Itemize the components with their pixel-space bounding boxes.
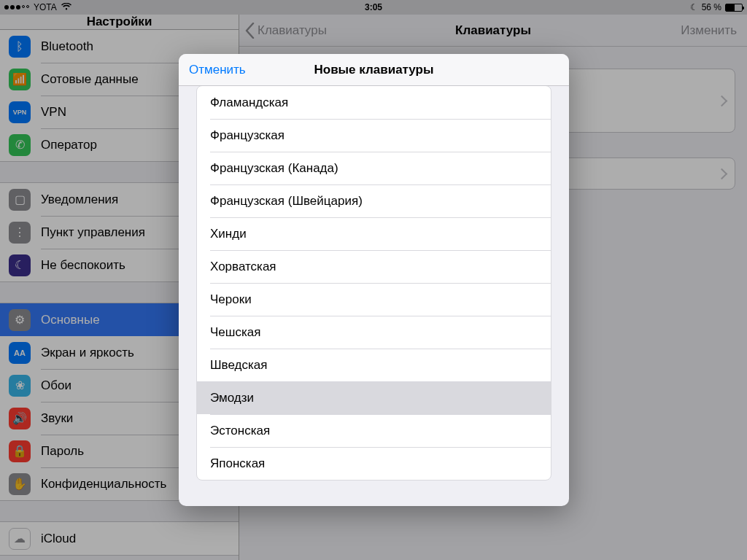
keyboard-option-label: Французская bbox=[210, 128, 285, 143]
keyboard-option[interactable]: Чероки bbox=[197, 283, 551, 316]
keyboard-option[interactable]: Эмодзи bbox=[197, 381, 551, 414]
keyboard-option-label: Эмодзи bbox=[210, 391, 254, 405]
keyboard-option[interactable]: Французская (Канада) bbox=[197, 152, 551, 184]
keyboard-option[interactable]: Хорватская bbox=[197, 250, 551, 283]
keyboard-option-label: Хинди bbox=[210, 227, 247, 241]
keyboard-option-label: Шведская bbox=[210, 358, 267, 373]
keyboard-option[interactable]: Фламандская bbox=[197, 86, 551, 119]
keyboard-option[interactable]: Шведская bbox=[197, 349, 551, 381]
keyboard-option[interactable]: Эстонская bbox=[197, 414, 551, 447]
keyboard-option[interactable]: Чешская bbox=[197, 316, 551, 349]
keyboard-option-label: Эстонская bbox=[210, 424, 270, 438]
keyboard-option-label: Чероки bbox=[210, 292, 252, 307]
keyboard-option[interactable]: Хинди bbox=[197, 217, 551, 250]
keyboard-option-label: Хорватская bbox=[210, 260, 276, 274]
modal-title: Новые клавиатуры bbox=[314, 63, 433, 77]
keyboard-option-label: Фламандская bbox=[210, 96, 288, 110]
cancel-button[interactable]: Отменить bbox=[189, 63, 246, 77]
keyboard-option-label: Японская bbox=[210, 456, 265, 471]
keyboard-option[interactable]: Французская bbox=[197, 119, 551, 152]
keyboard-option[interactable]: Японская bbox=[197, 447, 551, 480]
keyboard-option-label: Французская (Швейцария) bbox=[210, 194, 363, 209]
keyboard-option[interactable]: Французская (Швейцария) bbox=[197, 184, 551, 217]
keyboard-option-label: Французская (Канада) bbox=[210, 161, 338, 176]
add-keyboard-modal: Отменить Новые клавиатуры ФламандскаяФра… bbox=[179, 54, 569, 506]
modal-header: Отменить Новые клавиатуры bbox=[179, 54, 569, 86]
keyboard-option-label: Чешская bbox=[210, 325, 260, 340]
keyboard-language-list: ФламандскаяФранцузскаяФранцузская (Канад… bbox=[196, 86, 551, 481]
